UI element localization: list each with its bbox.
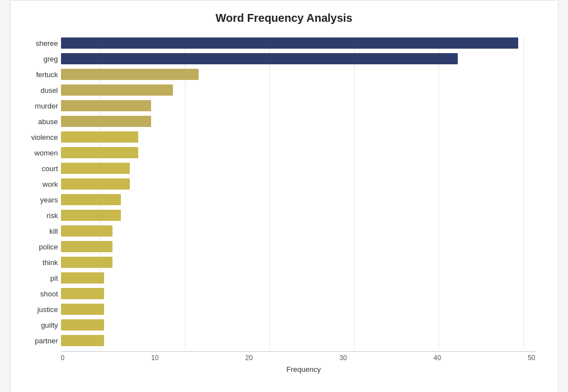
bar [61, 178, 130, 190]
bar-row: fertuck [61, 67, 536, 82]
bar-label: shoot [22, 290, 58, 298]
bar [61, 37, 518, 49]
x-axis-area: 01020304050 [22, 351, 547, 362]
x-axis-line [61, 351, 536, 352]
bar-label: court [22, 164, 58, 173]
bar [61, 319, 104, 330]
bar-label: risk [22, 211, 58, 220]
bar [61, 194, 121, 205]
bar-label: violence [22, 133, 58, 141]
bar-label: kill [22, 227, 58, 235]
bar-row: dusel [61, 83, 536, 97]
bar-row: police [61, 239, 536, 254]
bar-label: sheree [22, 39, 58, 48]
x-ticks: 01020304050 [61, 354, 536, 362]
bar [61, 304, 104, 315]
bar-row: pit [61, 271, 536, 285]
x-tick-label: 20 [245, 354, 252, 362]
chart-container: Word Frequency Analysis shereegregfertuc… [10, 0, 558, 392]
bar-label: dusel [22, 86, 58, 95]
x-axis-label: Frequency [22, 365, 547, 374]
bar-label: pit [22, 274, 58, 282]
bars-wrapper: shereegregfertuckduselmurderabuseviolenc… [61, 36, 536, 349]
bar [61, 53, 458, 64]
bar-label: fertuck [22, 70, 58, 79]
bar-row: work [61, 177, 536, 191]
bar-label: partner [22, 337, 58, 345]
bar-label: guilty [22, 321, 58, 329]
chart-area: shereegregfertuckduselmurderabuseviolenc… [22, 36, 547, 349]
bar-row: violence [61, 130, 536, 144]
bar-row: kill [61, 224, 536, 238]
bar-label: murder [22, 102, 58, 110]
bar [61, 225, 113, 237]
bar [61, 163, 130, 174]
bar-row: think [61, 255, 536, 270]
bar-row: greg [61, 51, 536, 66]
bar-label: years [22, 196, 58, 204]
bar-label: justice [22, 305, 58, 314]
bar [61, 116, 152, 127]
chart-title: Word Frequency Analysis [22, 12, 547, 25]
bar-label: work [22, 180, 58, 188]
bar-row: shoot [61, 286, 536, 301]
bar-row: court [61, 161, 536, 176]
bar-row: partner [61, 333, 536, 348]
x-tick-label: 0 [61, 354, 65, 362]
x-tick-label: 10 [151, 354, 158, 362]
bar [61, 100, 152, 111]
bar-row: abuse [61, 114, 536, 129]
bar [61, 288, 104, 299]
bar [61, 131, 139, 143]
x-tick-label: 40 [434, 354, 441, 362]
bar [61, 272, 104, 284]
bar [61, 335, 104, 346]
bar-row: years [61, 192, 536, 207]
x-tick-label: 30 [340, 354, 347, 362]
bar-row: murder [61, 98, 536, 113]
bar-row: justice [61, 302, 536, 317]
bar-label: police [22, 243, 58, 251]
x-tick-label: 50 [528, 354, 535, 362]
bar [61, 210, 121, 221]
bar-label: greg [22, 55, 58, 63]
bar-row: risk [61, 208, 536, 223]
bar-row: women [61, 145, 536, 160]
bar-label: women [22, 149, 58, 157]
bar-label: think [22, 258, 58, 267]
bar [61, 69, 199, 80]
bar-row: sheree [61, 36, 536, 50]
bar [61, 84, 173, 96]
bar-row: guilty [61, 318, 536, 332]
bar [61, 147, 139, 158]
bar-label: abuse [22, 117, 58, 126]
bar [61, 257, 113, 268]
bar [61, 241, 113, 252]
